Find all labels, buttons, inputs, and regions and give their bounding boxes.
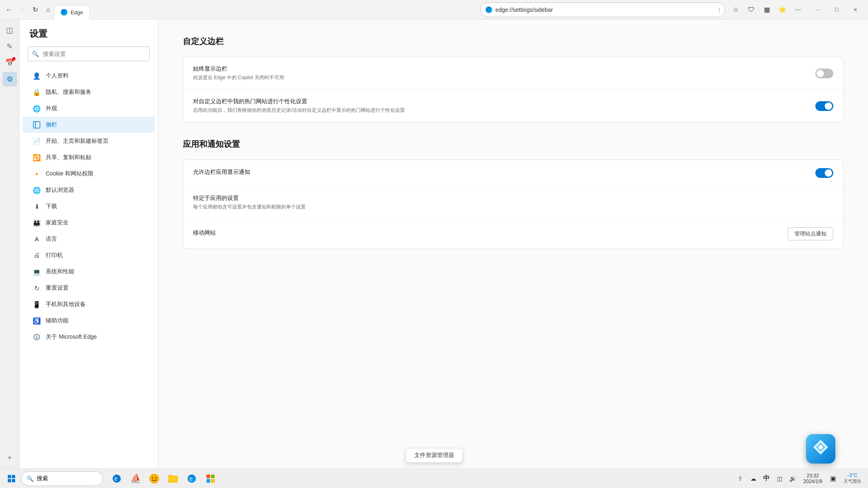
personalize-toggle[interactable] [815,101,833,111]
personalize-content: 对自定义边栏中我的热门网站进行个性化设置 启用此功能后，我们将根据你的浏览历史记… [193,98,809,114]
file-manager-label: 文件资源管理器 [414,452,454,458]
tab-favicon [61,9,67,16]
menu-item-language[interactable]: A 语言 [23,231,155,247]
active-tab[interactable]: Edge [54,5,90,20]
tray-arrow-icon[interactable]: ⇧ [735,473,746,484]
svg-rect-8 [12,479,15,482]
menu-item-reset[interactable]: ↻ 重置设置 [23,280,155,296]
reset-icon: ↻ [33,284,41,292]
taskbar-app-emoji[interactable] [145,470,163,487]
app-specific-row[interactable]: 特定于应用的设置 每个应用都包含可设置并包含通知和权限的单个设置 [183,186,843,219]
nav-settings-icon[interactable]: ⚙ [2,72,17,87]
menu-item-accessibility[interactable]: ♿ 辅助功能 [23,313,155,329]
refresh-button[interactable]: ↻ [29,4,41,16]
allow-notifications-toggle[interactable] [815,168,833,178]
home-button[interactable]: ⌂ [42,4,54,16]
floating-app-icon[interactable] [806,434,835,464]
weather-temp: -3°C [848,472,857,478]
menu-item-sidebar[interactable]: 侧栏 [23,117,155,133]
nav-favorites-icon[interactable]: ✎ [2,39,17,54]
menu-item-startup[interactable]: 📄 开始、主页和新建标签页 [23,133,155,149]
personalize-desc: 启用此功能后，我们将根据你的浏览历史记录/活动对自定义边栏中显示的热门网站进行个… [193,107,809,114]
taskbar-app-store[interactable] [202,470,220,487]
svg-rect-7 [8,479,11,482]
svg-point-13 [155,477,157,478]
menu-item-privacy[interactable]: 🔒 隐私、搜索和服务 [23,84,155,100]
nav-collections-icon[interactable]: 📅 [2,55,17,70]
sys-tray: ⇧ ☁ 中 ◫ 🔊 [735,473,798,484]
settings-title: 设置 [20,28,158,47]
clock-time: 23:32 [807,473,819,479]
always-show-desc: 此设置在 Edge 中的 Copilot 关闭时不可用 [193,74,809,81]
taskbar-app-edge[interactable]: e [108,470,126,487]
menu-item-about[interactable]: 关于 Microsoft Edge [23,329,155,345]
menu-item-cookies[interactable]: 🔸 Cookie 和网站权限 [23,166,155,182]
star-button[interactable]: ☆ [728,2,743,17]
minimize-button[interactable]: − [808,3,827,16]
tray-display-icon[interactable]: ◫ [774,473,785,484]
clock-date: 2024/1/9 [803,479,822,484]
menu-item-appearance[interactable]: 🌐 外观 [23,100,155,117]
taskbar-app-edge2[interactable]: e [183,470,201,487]
search-icon: 🔍 [32,51,39,57]
menu-label-mobile: 手机和其他设备 [46,301,86,308]
sidebar-nav: ◫ ✎ 📅 ⚙ + [0,20,20,468]
clock[interactable]: 23:32 2024/1/9 [800,473,826,484]
search-input[interactable] [28,47,150,61]
notification-button[interactable]: ▣ [827,473,839,484]
downloads-icon: ⬇ [33,202,41,211]
close-button[interactable]: ✕ [846,3,865,16]
nav-add-icon[interactable]: + [2,450,17,465]
menu-label-appearance: 外观 [46,105,57,112]
tray-audio-icon[interactable]: 🔊 [787,473,798,484]
sidebar-icon [33,121,41,129]
menu-item-downloads[interactable]: ⬇ 下载 [23,198,155,215]
nav-tabs-icon[interactable]: ◫ [2,23,17,38]
manage-notifications-button[interactable]: 管理站点通知 [788,227,833,240]
svg-point-12 [152,477,153,478]
allow-notifications-label: 允许边栏应用显示通知 [193,169,809,176]
content-area: 自定义边栏 始终显示边栏 此设置在 Edge 中的 Copilot 关闭时不可用… [158,20,868,468]
shield-button[interactable]: 🛡 [744,2,759,17]
always-show-label: 始终显示边栏 [193,65,809,73]
back-button[interactable]: ← [3,4,15,16]
tray-cloud-icon[interactable]: ☁ [748,473,759,484]
allow-notifications-toggle-knob [825,169,832,177]
menu-label-sidebar: 侧栏 [46,121,57,129]
weather-widget[interactable]: -3°C 天气预告 [840,472,865,484]
language-icon: A [33,235,41,243]
menu-item-share[interactable]: 🔁 共享、复制和粘贴 [23,149,155,166]
taskbar-search-box[interactable]: 🔍 搜索 [21,471,103,486]
menu-item-printer[interactable]: 🖨 打印机 [23,247,155,264]
profile-icon: 👤 [33,72,41,80]
more-button[interactable]: ⋯ [790,2,805,17]
app-specific-label: 特定于应用的设置 [193,195,833,202]
taskbar: 🔍 搜索 e ⛵ [0,468,868,488]
mobile-sites-label: 移动网站 [193,229,781,237]
svg-point-11 [149,474,159,484]
menu-item-default-browser[interactable]: 🌐 默认浏览器 [23,182,155,198]
section2-gap: 应用和通知设置 允许边栏应用显示通知 特定于应用的设置 每个应用都包含可设置并包… [183,139,844,249]
mobile-icon: 📱 [33,300,41,308]
address-bar[interactable]: edge://settings/sidebar | [480,2,725,17]
maximize-button[interactable]: ☐ [827,3,846,16]
tab-area: Edge [54,0,477,20]
menu-item-mobile[interactable]: 📱 手机和其他设备 [23,296,155,313]
personalize-row: 对自定义边栏中我的热门网站进行个性化设置 启用此功能后，我们将根据你的浏览历史记… [183,90,843,122]
forward-button[interactable]: → [16,4,28,16]
menu-label-language: 语言 [46,235,57,243]
menu-item-family[interactable]: 👪 家庭安全 [23,215,155,231]
menu-item-system[interactable]: 💻 系统和性能 [23,264,155,280]
titlebar: ← → ↻ ⌂ Edge edge://settings/sidebar | ☆… [0,0,868,20]
favorites-button[interactable]: ⭐ [775,2,790,17]
taskbar-app-folder[interactable] [164,470,182,487]
menu-item-profile[interactable]: 👤 个人资料 [23,68,155,84]
split-button[interactable]: ▦ [759,2,774,17]
tray-input-icon[interactable]: 中 [761,473,772,484]
sidebar-display-card: 始终显示边栏 此设置在 Edge 中的 Copilot 关闭时不可用 对自定义边… [183,57,844,122]
taskbar-app-boat[interactable]: ⛵ [127,470,144,487]
svg-rect-20 [206,479,210,483]
start-button[interactable] [3,470,20,487]
svg-text:e: e [189,475,193,482]
always-show-toggle[interactable] [815,69,833,78]
